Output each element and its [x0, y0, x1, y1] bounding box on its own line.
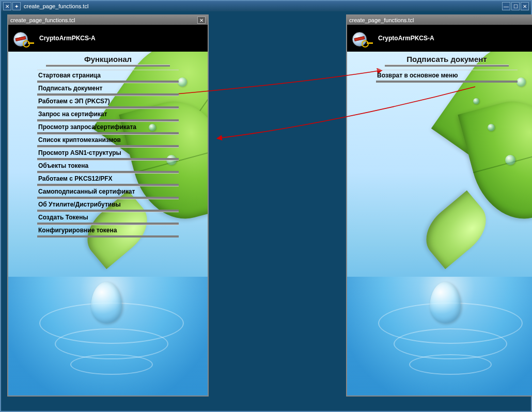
- app-body-right: Подписать документ Возврат в основное ме…: [347, 52, 532, 395]
- menu-item[interactable]: Стартовая страница: [37, 70, 179, 83]
- menu-item[interactable]: Возврат в основное меню: [376, 70, 518, 83]
- waterdrop-decoration: [505, 155, 515, 165]
- page-title-right: Подписать документ: [347, 55, 532, 67]
- page-title-left: Функционал: [8, 55, 208, 67]
- app-name-left: CryptoArmPKCS-A: [39, 35, 96, 42]
- menu-left: Стартовая страницаПодписать документРабо…: [8, 70, 208, 237]
- outer-window-title: create_page_functions.tcl: [24, 3, 88, 9]
- menu-item[interactable]: Работаем с ЭП (PKCS7): [37, 96, 179, 108]
- app-icon[interactable]: ✦: [12, 2, 21, 10]
- menu-right: Возврат в основное меню: [347, 70, 532, 83]
- outer-window: ✕ ✦ create_page_functions.tcl — ☐ ✕ crea…: [0, 0, 532, 412]
- menu-item[interactable]: Работаем с PKCS12/PFX: [37, 173, 179, 186]
- inner-window-left: create_page_functions.tcl ✕ CryptoArmPKC…: [7, 14, 209, 397]
- menu-item[interactable]: Подписать документ: [37, 83, 179, 96]
- menu-item[interactable]: Об Утилите/Дистрибутивы: [37, 199, 179, 212]
- inner-title-left: create_page_functions.tcl: [10, 17, 75, 23]
- menu-item[interactable]: Запрос на сертификат: [37, 108, 179, 121]
- inner-titlebar-left[interactable]: create_page_functions.tcl ✕: [8, 15, 208, 25]
- outer-body: create_page_functions.tcl ✕ CryptoArmPKC…: [1, 11, 531, 411]
- app-body-left: Функционал Стартовая страницаПодписать д…: [8, 52, 208, 395]
- outer-titlebar[interactable]: ✕ ✦ create_page_functions.tcl — ☐ ✕: [1, 1, 531, 11]
- app-header-left: CryptoArmPKCS-A: [8, 25, 208, 52]
- menu-item[interactable]: Конфигурировние токена: [37, 225, 179, 237]
- menu-item[interactable]: Просмотр запроса/сертификата: [37, 121, 179, 134]
- app-name-right: CryptoArmPKCS-A: [378, 35, 434, 42]
- minimize-button[interactable]: —: [502, 2, 510, 10]
- inner-title-right: create_page_functions.tcl: [349, 17, 414, 23]
- menu-item[interactable]: Создать Токены: [37, 212, 179, 225]
- menu-item[interactable]: Самоподписанный сертификат: [37, 186, 179, 199]
- inner-window-right: create_page_functions.tcl ✕ CryptoArmPKC…: [346, 14, 532, 397]
- app-logo-icon: [13, 30, 34, 46]
- app-logo-icon: [352, 30, 373, 46]
- maximize-button[interactable]: ☐: [511, 2, 520, 10]
- window-menu-icon[interactable]: ✕: [3, 2, 11, 10]
- close-icon[interactable]: ✕: [197, 17, 206, 24]
- waterdrop-decoration: [488, 124, 495, 131]
- close-button[interactable]: ✕: [521, 2, 529, 10]
- menu-item[interactable]: Список криптомеханизмов: [37, 134, 179, 147]
- app-header-right: CryptoArmPKCS-A: [347, 25, 532, 52]
- waterdrop-decoration: [473, 98, 479, 104]
- menu-item[interactable]: Просмотр ASN1-структуры: [37, 147, 179, 160]
- menu-item[interactable]: Объекты токена: [37, 160, 179, 173]
- inner-titlebar-right[interactable]: create_page_functions.tcl ✕: [347, 15, 532, 25]
- leaf-decoration: [415, 191, 496, 270]
